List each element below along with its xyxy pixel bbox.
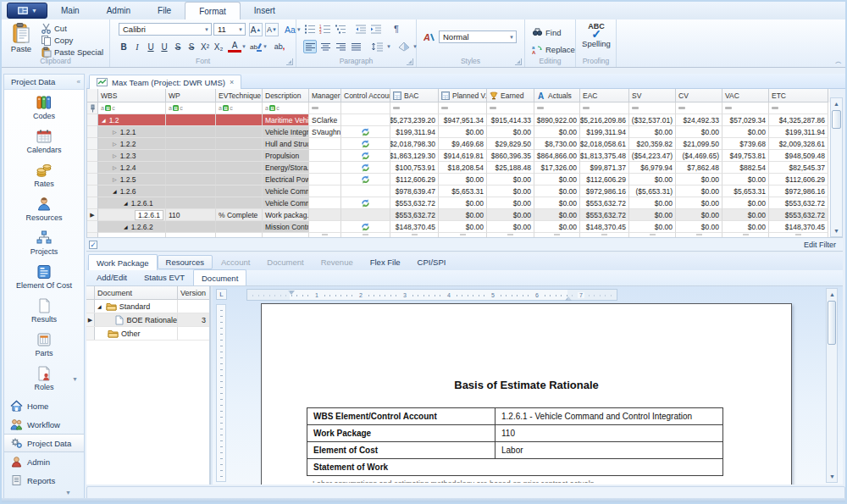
filter-cell-control-account[interactable]: [341, 102, 390, 114]
expand-icon[interactable]: ◢: [113, 188, 117, 194]
grid-row-1-2-4[interactable]: ▷1.2.4Energy/Stora...$100,753.91$18,208.…: [87, 162, 830, 174]
column-header-sv[interactable]: SV: [629, 89, 676, 102]
grid-vertical-scrollbar[interactable]: ▲ ▼: [830, 97, 843, 237]
bold-button[interactable]: B: [117, 40, 130, 53]
filter-cell-earned[interactable]: [487, 102, 534, 114]
sidebar-nav-project-data[interactable]: Project Data: [4, 434, 84, 452]
ribbon-tab-main[interactable]: Main: [47, 2, 93, 19]
cut-button[interactable]: Cut: [41, 22, 67, 34]
column-header-actuals[interactable]: AActuals: [534, 89, 580, 102]
sidebar-item-results[interactable]: Results: [4, 293, 84, 327]
filter-checkbox[interactable]: ✓: [89, 241, 97, 249]
paste-special-button[interactable]: Paste Special: [41, 46, 103, 58]
sub-tab-document[interactable]: Document: [193, 269, 246, 285]
decrease-indent-button[interactable]: [354, 22, 368, 36]
grid-scroll-down-icon[interactable]: ▼: [831, 225, 842, 236]
sidebar-item-resources[interactable]: Resources: [4, 191, 84, 225]
detail-tab-resources[interactable]: Resources: [158, 255, 213, 269]
replace-button[interactable]: aAReplace: [532, 43, 575, 55]
detail-tab-account[interactable]: Account: [213, 254, 258, 270]
justify-button[interactable]: [349, 40, 363, 53]
filter-cell-bac[interactable]: [390, 102, 439, 114]
grid-row-1-2[interactable]: ◢1.2Maritime VehicleSClarke$5,273,239.20…: [87, 114, 830, 126]
subscript-button[interactable]: X₂: [212, 40, 225, 53]
collapse-icon[interactable]: ▷: [113, 129, 117, 135]
expand-icon[interactable]: ◢: [124, 224, 128, 230]
sub-tab-status-evt[interactable]: Status EVT: [136, 269, 193, 285]
column-header-cv[interactable]: CV: [676, 89, 722, 102]
ribbon-tab-format[interactable]: Format: [185, 2, 241, 19]
filter-cell-cv[interactable]: [676, 102, 722, 114]
preview-scroll-down-icon[interactable]: ▼: [827, 471, 838, 482]
styles-dialog-launcher[interactable]: [515, 58, 522, 65]
ribbon-tab-admin[interactable]: Admin: [93, 2, 144, 19]
italic-button[interactable]: I: [130, 40, 144, 53]
align-center-button[interactable]: [318, 40, 332, 53]
column-header-eac[interactable]: EAC: [580, 89, 629, 102]
document-tab-close-icon[interactable]: ×: [230, 78, 234, 86]
column-header-bac[interactable]: BAC: [390, 89, 439, 102]
sidebar-item-codes[interactable]: Codes: [4, 90, 84, 124]
copy-button[interactable]: Copy: [41, 34, 73, 46]
shrink-font-button[interactable]: A▼: [265, 23, 279, 36]
style-combo[interactable]: Normal▼: [439, 30, 517, 43]
strikethrough-button[interactable]: S: [171, 40, 185, 53]
preview-scroll-up-icon[interactable]: ▲: [827, 289, 838, 300]
tree-row-other[interactable]: Other: [86, 327, 209, 341]
sidebar-item-element-of-cost[interactable]: Element Of Cost: [4, 259, 84, 293]
filter-cell-evtechnique[interactable]: aBc: [216, 102, 263, 114]
sidebar-nav-workflow[interactable]: Workflow: [4, 415, 84, 434]
find-button[interactable]: Find: [532, 26, 561, 38]
sidebar-nav-reports[interactable]: Reports: [4, 471, 84, 490]
column-header-earned[interactable]: Earned: [487, 89, 534, 102]
collapse-icon[interactable]: ▷: [113, 141, 117, 147]
filter-cell-actuals[interactable]: [534, 102, 580, 114]
tree-row-boe-rationale[interactable]: ▶BOE Rationale3: [86, 313, 209, 327]
preview-scroll-thumb[interactable]: [828, 301, 836, 345]
grid-row-1-2-6[interactable]: ◢1.2.6Vehicle Comm...$978,639.47$5,653.3…: [87, 186, 830, 197]
grid-row-1-2-3[interactable]: ▷1.2.3Propulsion$1,863,129.30$914,619.81…: [87, 150, 830, 162]
grid-row-1-2-2[interactable]: ▷1.2.2Hull and Struc...$2,018,798.30$9,4…: [87, 138, 830, 150]
grow-font-button[interactable]: A▲: [249, 23, 263, 36]
multilevel-list-button[interactable]: [334, 22, 347, 36]
increase-indent-button[interactable]: [369, 22, 383, 36]
edit-filter-link[interactable]: Edit Filter: [804, 241, 836, 249]
numbered-list-button[interactable]: 123: [318, 22, 332, 36]
collapse-icon[interactable]: ▷: [113, 152, 117, 158]
preview-vertical-scrollbar[interactable]: ▲ ▼: [826, 288, 838, 483]
column-header-wp[interactable]: WP: [166, 89, 216, 102]
sidebar-item-rates[interactable]: Rates: [4, 158, 84, 191]
font-name-combo[interactable]: Calibri▼: [119, 23, 212, 36]
tree-column-document[interactable]: Document: [95, 289, 177, 297]
sidebar-item-projects[interactable]: Projects: [4, 225, 84, 259]
column-header-wbs[interactable]: WBS: [98, 89, 166, 102]
filter-cell-description[interactable]: aBc: [263, 102, 309, 114]
document-tab[interactable]: Max Team (Project: DWR UMS) ×: [89, 75, 241, 89]
tree-column-version[interactable]: Version: [177, 286, 209, 299]
column-header-evtechnique[interactable]: EVTechnique: [216, 89, 263, 102]
font-size-combo[interactable]: 11▼: [213, 23, 246, 36]
align-left-button[interactable]: [303, 40, 317, 53]
show-marks-button[interactable]: ¶: [390, 22, 403, 36]
expand-icon[interactable]: ◢: [102, 117, 106, 123]
ribbon-tab-file[interactable]: File: [144, 2, 185, 19]
superscript-button[interactable]: X²: [198, 40, 212, 53]
detail-tab-cpi-spi[interactable]: CPI/SPI: [409, 254, 455, 270]
grid-row-1-2-6-1[interactable]: ◢1.2.6.1Vehicle Comm...$553,632.72$0.00$…: [87, 197, 830, 209]
filter-cell-etc[interactable]: [769, 102, 828, 114]
bullet-list-button[interactable]: [303, 22, 317, 36]
column-header-vac[interactable]: VAC: [722, 89, 769, 102]
ribbon-collapse-chevron[interactable]: ︿: [835, 57, 842, 66]
paste-button[interactable]: Paste: [7, 22, 36, 53]
filter-cell-wbs[interactable]: aBc: [98, 102, 166, 114]
underline-button[interactable]: U: [144, 40, 158, 53]
font-color-button[interactable]: A: [228, 41, 241, 53]
double-underline-button[interactable]: U: [158, 40, 171, 53]
sidebar-items-overflow-chevron[interactable]: ▼: [72, 376, 78, 382]
grid-scroll-thumb[interactable]: [832, 110, 841, 129]
sidebar-item-parts[interactable]: Parts: [4, 327, 84, 361]
collapse-icon[interactable]: ▷: [113, 176, 117, 182]
filter-cell-wp[interactable]: aBc: [166, 102, 216, 114]
expand-icon[interactable]: ◢: [124, 200, 128, 206]
grid-row-1-2-6-1-wp[interactable]: ▶1.2.6.1110% CompleteWork packag...$553,…: [87, 209, 830, 221]
